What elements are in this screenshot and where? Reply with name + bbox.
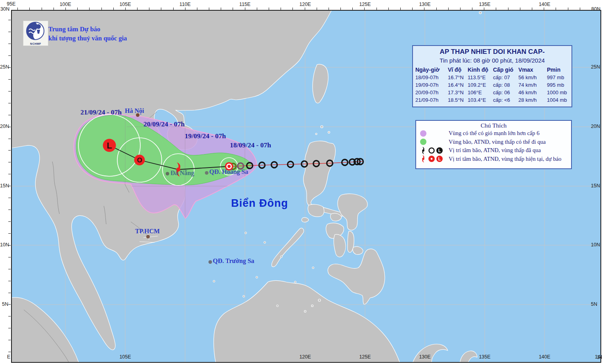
- axis-tick-left: [8, 139, 11, 139]
- track-date-label: 19/09/24 - 07h: [185, 132, 226, 140]
- axis-label-lat-right: 10N: [591, 242, 600, 248]
- axis-tick-top: [424, 8, 424, 10]
- axis-label-lon-bottom: 140E: [538, 354, 551, 360]
- axis-label-lat-left: 15N: [0, 183, 8, 189]
- axis-tick-top: [448, 8, 449, 10]
- axis-tick-left: [8, 103, 11, 103]
- axis-tick-top: [125, 8, 126, 10]
- legend-label: Vị trí tâm bão, ATNĐ, vùng thấp đã qua: [449, 147, 541, 154]
- track-date-label: 18/09/24 - 07h: [230, 141, 271, 149]
- axis-label-lon-bottom: E: [2, 354, 15, 360]
- island-lubang: [302, 217, 309, 222]
- forecast-cell: cấp: 07: [493, 74, 518, 81]
- legend-label: Vị trí tâm bão, ATNĐ, vùng thấp hiện tại…: [449, 156, 562, 162]
- axis-tick-top: [388, 8, 389, 10]
- forecast-cell: 74 km/h: [518, 81, 547, 89]
- forecast-cell: 46 km/h: [518, 89, 547, 96]
- axis-tick-top: [185, 8, 185, 10]
- axis-label-lat-left: 20N: [0, 124, 8, 129]
- tropical-depression-track-map: LO NCHMF Trung tâm Dự báo khí tượng thuỷ…: [0, 0, 602, 364]
- track-date-label: 21/09/24 - 07h: [80, 108, 122, 116]
- axis-tick-top: [281, 8, 281, 10]
- forecast-cell: 28 km/h: [518, 96, 547, 104]
- city-dot: [166, 172, 169, 175]
- axis-tick-top: [77, 8, 78, 10]
- axis-tick-left: [8, 257, 11, 257]
- axis-tick-left: [8, 127, 11, 127]
- forecast-col-header: Vĩ độ: [448, 66, 468, 74]
- axis-tick-left: [8, 281, 11, 281]
- forecast-cell: 16.4°N: [448, 81, 468, 89]
- axis-label-lon-bottom: 130E: [419, 354, 431, 360]
- island-ryukyu-2: [479, 11, 482, 14]
- legend-item-current-position: L Vị trí tâm bão, ATNĐ, vùng thấp hiện t…: [416, 155, 571, 164]
- axis-tick-top: [65, 8, 66, 10]
- axis-tick-top: [568, 8, 568, 10]
- axis-label-lat-left: 10N: [0, 242, 8, 248]
- forecast-col-header: Cấp gió: [493, 66, 518, 74]
- axis-tick-left: [8, 316, 11, 316]
- axis-tick-left: [8, 233, 11, 234]
- axis-label-lon-top: 115E: [239, 2, 251, 7]
- island-babuyan-1: [321, 126, 323, 128]
- forecast-col-header: Pmin: [547, 66, 571, 74]
- axis-tick-top: [42, 8, 42, 10]
- legend-item-past-position: L Vị trí tâm bão, ATNĐ, vùng thấp đã qua: [416, 146, 571, 155]
- city-label: Đà Nẵng: [170, 170, 194, 177]
- forecast-col-header: Ngày-giờ: [415, 66, 448, 74]
- svg-text:L: L: [438, 156, 441, 161]
- forecast-cell: 20/09-07h: [415, 89, 448, 96]
- city-label: QĐ. Hoàng Sa: [209, 168, 248, 175]
- island-sulu-2: [312, 305, 313, 307]
- forecast-cell: cấp: 06: [493, 89, 518, 96]
- city-dot: [205, 171, 208, 175]
- forecast-cell: 18.5°N: [448, 96, 468, 104]
- axis-tick-left: [8, 79, 11, 80]
- forecast-cell: 16.7°N: [448, 74, 468, 81]
- axis-tick-top: [508, 8, 508, 10]
- axis-tick-left: [8, 198, 11, 198]
- bulletin-issued-time: Tin phát lúc: 08 giờ 00 phút, 18/09/2024: [413, 57, 571, 64]
- axis-label-lat-right: 20N: [591, 124, 600, 129]
- axis-label-lon-top: 120E: [299, 2, 312, 7]
- legend-title: Chú Thích: [416, 122, 571, 129]
- past-position-icons: L: [419, 146, 445, 155]
- axis-tick-left: [8, 293, 11, 293]
- axis-tick-left: [8, 162, 11, 162]
- wind-area-swatch-icon: [419, 130, 427, 137]
- axis-tick-top: [269, 8, 269, 10]
- axis-tick-top: [161, 8, 161, 10]
- axis-tick-left: [8, 32, 11, 32]
- axis-tick-top: [89, 8, 90, 10]
- axis-tick-left: [8, 221, 11, 222]
- axis-tick-top: [556, 8, 556, 10]
- axis-label-lon-bottom: 125E: [359, 354, 371, 360]
- axis-tick-top: [412, 8, 413, 10]
- axis-label-lat-right: 5N: [591, 301, 597, 307]
- island-sulu-3: [304, 311, 306, 313]
- axis-tick-left: [8, 115, 11, 115]
- axis-tick-top: [17, 8, 18, 10]
- forecast-col-header: Vmax: [518, 66, 547, 74]
- forecast-cell: 997 mb: [547, 74, 571, 81]
- axis-tick-top: [305, 8, 305, 10]
- forecast-position-glyph: L: [107, 141, 112, 151]
- axis-label-lon-top: 110E: [179, 2, 191, 7]
- org-name-line2: khí tượng thuỷ văn quốc gia: [48, 34, 127, 43]
- bulletin-info-box: AP THAP NHIET DOI KHAN CAP- Tin phát lúc…: [412, 45, 572, 107]
- axis-tick-left: [8, 340, 11, 340]
- axis-tick-left: [8, 55, 11, 56]
- org-name: Trung tâm Dự báo khí tượng thuỷ văn quốc…: [48, 25, 127, 43]
- axis-tick-left: [8, 210, 11, 210]
- axis-label-lat-right: 25N: [591, 64, 600, 70]
- axis-tick-top: [460, 8, 461, 10]
- axis-label-lon-top: 125E: [359, 2, 371, 7]
- axis-label-lat-right: 15N: [591, 183, 600, 189]
- axis-tick-top: [496, 8, 496, 10]
- axis-tick-top: [173, 8, 174, 10]
- axis-label-lon-top: 100E: [59, 2, 72, 7]
- forecast-cell: 17.3°N: [448, 89, 468, 96]
- forecast-cell: 1004 mb: [547, 96, 571, 104]
- axis-label-lon-top: 140E: [538, 2, 551, 7]
- nchmf-logo-icon: [23, 21, 47, 41]
